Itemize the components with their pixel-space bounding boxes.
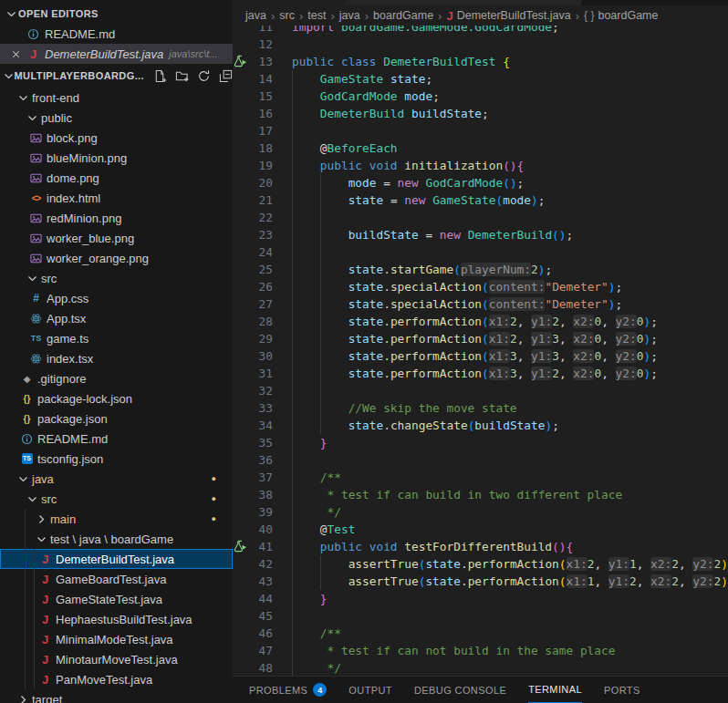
code-line-41: 41 public void testForDifferentBuild(){ bbox=[233, 538, 728, 555]
panel-tab-output[interactable]: OUTPUT bbox=[348, 677, 392, 703]
tree-item-readme-md[interactable]: README.md bbox=[0, 429, 233, 449]
refresh-icon[interactable] bbox=[197, 69, 211, 83]
tree-item-demeterbuildtest-java[interactable]: JDemeterBuildTest.java bbox=[0, 549, 233, 569]
tree-item-label: dome.png bbox=[47, 171, 99, 185]
tree-item-label: PanMoveTest.java bbox=[56, 673, 152, 687]
tree-item-label: MinotaurMoveTest.java bbox=[56, 653, 178, 667]
tree-item-label: blueMinion.png bbox=[47, 151, 127, 165]
tree-item-label: front-end bbox=[32, 91, 79, 105]
inlay-hint: x1: bbox=[567, 574, 588, 588]
tree-item-label: index.html bbox=[47, 191, 100, 205]
breadcrumb-item-boardgame[interactable]: { }boardGame bbox=[584, 9, 658, 22]
image-icon bbox=[28, 132, 44, 144]
tree-item-blueminion-png[interactable]: blueMinion.png bbox=[0, 148, 233, 168]
breadcrumb-item-demeterbuildtest-java[interactable]: JDemeterBuildTest.java bbox=[446, 9, 570, 23]
breadcrumb-item-boardgame[interactable]: boardGame bbox=[373, 9, 433, 22]
close-icon[interactable] bbox=[10, 48, 26, 60]
breadcrumb-item-java[interactable]: java bbox=[245, 9, 266, 22]
code-line-22: 22 bbox=[233, 209, 728, 226]
code-line-30: 30 state.performAction(x1:3, y1:3, x2:0,… bbox=[233, 347, 728, 365]
tree-item-test-java-boardgame[interactable]: test \ java \ boardGame bbox=[0, 529, 233, 549]
panel-tab-debug-console[interactable]: DEBUG CONSOLE bbox=[414, 677, 506, 703]
line-number: 19 bbox=[233, 157, 273, 174]
code-line-44: 44 } bbox=[233, 590, 728, 607]
inlay-hint: y2: bbox=[616, 349, 637, 363]
tree-item-app-tsx[interactable]: App.tsx bbox=[0, 308, 233, 328]
line-number: 37 bbox=[233, 469, 273, 486]
explorer-actions bbox=[153, 69, 233, 83]
tree-item-label: worker_blue.png bbox=[47, 232, 134, 245]
breadcrumb-label: java bbox=[245, 9, 266, 22]
panel-tab-terminal[interactable]: TERMINAL bbox=[528, 677, 582, 703]
tree-item-hephaestusbuildtest-java[interactable]: JHephaestusBuildTest.java bbox=[0, 609, 233, 629]
indent-guide bbox=[320, 209, 321, 226]
panel-tab-problems[interactable]: PROBLEMS4 bbox=[249, 677, 327, 703]
line-number: 43 bbox=[233, 573, 273, 590]
tree-item-gameboardtest-java[interactable]: JGameBoardTest.java bbox=[0, 569, 233, 589]
java-icon: J bbox=[446, 9, 452, 23]
breadcrumb-item-test[interactable]: test bbox=[307, 9, 326, 22]
line-number: 36 bbox=[233, 451, 273, 469]
tree-item-tsconfig-json[interactable]: TStsconfig.json bbox=[0, 449, 233, 469]
new-file-icon[interactable] bbox=[153, 69, 167, 83]
inlay-hint: content: bbox=[489, 297, 546, 311]
tree-item-index-html[interactable]: <>index.html bbox=[0, 188, 233, 208]
collapse-all-icon[interactable] bbox=[219, 69, 233, 83]
line-number: 46 bbox=[233, 625, 273, 642]
line-number: 23 bbox=[233, 226, 273, 243]
code-line-48: 48 */ bbox=[233, 659, 728, 676]
new-folder-icon[interactable] bbox=[175, 69, 189, 83]
tree-item-worker-orange-png[interactable]: worker_orange.png bbox=[0, 248, 233, 268]
tree-item-redminion-png[interactable]: redMinion.png bbox=[0, 208, 233, 228]
tree-item-package-lock-json[interactable]: {}package-lock.json bbox=[0, 388, 233, 408]
tree-item-dome-png[interactable]: dome.png bbox=[0, 168, 233, 188]
tree-item-front-end[interactable]: front-end bbox=[0, 88, 233, 108]
breadcrumb-item-src[interactable]: src bbox=[279, 9, 295, 22]
tree-item-src[interactable]: src bbox=[0, 268, 233, 288]
tree-item-game-ts[interactable]: TSgame.ts bbox=[0, 328, 233, 348]
tree-item-target[interactable]: target bbox=[0, 689, 233, 703]
tree-item-public[interactable]: public bbox=[0, 108, 233, 128]
image-icon bbox=[28, 172, 44, 184]
line-number: 30 bbox=[233, 347, 273, 365]
code-line-23: 23 buildState = new DemeterBuild(); bbox=[233, 226, 728, 243]
tree-item-label: game.ts bbox=[47, 332, 88, 346]
tree-item-gamestatetest-java[interactable]: JGameStateTest.java bbox=[0, 589, 233, 609]
panel-tab-label: PROBLEMS bbox=[249, 685, 307, 696]
line-number: 27 bbox=[233, 295, 273, 313]
tree-item-index-tsx[interactable]: index.tsx bbox=[0, 348, 233, 368]
tree-item-minotaurmovetest-java[interactable]: JMinotaurMoveTest.java bbox=[0, 649, 233, 669]
tree-item-minimalmodetest-java[interactable]: JMinimalModeTest.java bbox=[0, 629, 233, 649]
code-line-26: 26 state.specialAction(content:"Demeter"… bbox=[233, 278, 728, 295]
explorer-section-header[interactable]: MULTIPLAYERBOARDG... bbox=[0, 64, 233, 88]
modified-dot-badge: ● bbox=[212, 495, 216, 503]
line-number: 34 bbox=[233, 417, 273, 434]
code-line-36: 36 bbox=[233, 451, 728, 469]
tree-item-src[interactable]: src● bbox=[0, 489, 233, 509]
info-icon bbox=[19, 433, 35, 445]
inlay-hint: x2: bbox=[650, 557, 671, 571]
line-number: 45 bbox=[233, 607, 273, 625]
chevron-right-icon bbox=[35, 514, 47, 524]
open-editor-item-readme-md[interactable]: README.md bbox=[0, 24, 233, 44]
tree-item-java[interactable]: java● bbox=[0, 469, 233, 489]
tree-item-panmovetest-java[interactable]: JPanMoveTest.java bbox=[0, 669, 233, 689]
open-editor-item-demeterbuildtest-java[interactable]: JDemeterBuildTest.javajava\src\t... bbox=[0, 44, 233, 64]
code-line-12: 12 bbox=[233, 36, 728, 53]
tree-item-app-css[interactable]: #App.css bbox=[0, 288, 233, 308]
chevron-down-icon bbox=[26, 113, 38, 123]
tree-item-gitignore[interactable]: ◆.gitignore bbox=[0, 368, 233, 388]
open-editors-header[interactable]: OPEN EDITORS bbox=[0, 4, 233, 24]
panel-tab-ports[interactable]: PORTS bbox=[604, 677, 640, 703]
code-line-15: 15 GodCardMode mode; bbox=[233, 88, 728, 105]
tree-item-package-json[interactable]: {}package.json bbox=[0, 408, 233, 429]
breadcrumb-item-java[interactable]: java bbox=[339, 9, 360, 22]
braces-icon: { } bbox=[584, 9, 594, 22]
code-editor[interactable]: java›src›test›java›boardGame›JDemeterBui… bbox=[233, 0, 728, 676]
panel-tabbar: PROBLEMS4OUTPUTDEBUG CONSOLETERMINALPORT… bbox=[233, 676, 728, 703]
tree-item-block-png[interactable]: block.png bbox=[0, 128, 233, 148]
indent-guide bbox=[25, 509, 26, 689]
code-line-38: 38 * test if can build in two different … bbox=[233, 486, 728, 503]
tree-item-main[interactable]: main● bbox=[0, 509, 233, 529]
tree-item-worker-blue-png[interactable]: worker_blue.png bbox=[0, 228, 233, 248]
